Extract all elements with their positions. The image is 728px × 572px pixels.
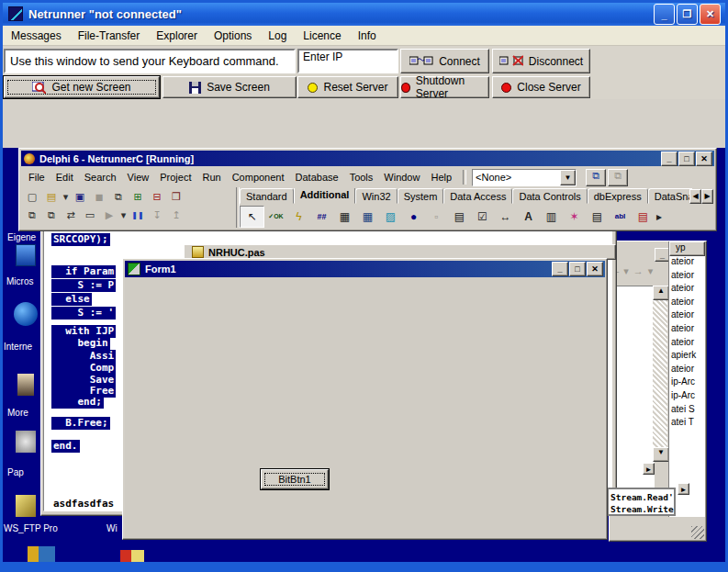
menu-explorer[interactable]: Explorer (148, 27, 206, 45)
scroll-right-icon[interactable]: ► (678, 483, 689, 495)
internet-globe-icon[interactable] (14, 302, 38, 326)
delphi-menu-run[interactable]: Run (196, 172, 226, 183)
file-type-cell[interactable]: ateior (671, 256, 705, 270)
desktop-icon-label[interactable]: Wi (106, 523, 118, 533)
file-type-cell[interactable]: ateior (671, 309, 705, 323)
menu-info[interactable]: Info (350, 27, 385, 45)
colorbox-icon[interactable]: ▤ (632, 207, 655, 227)
tab-scroll-left-icon[interactable]: ◀ (689, 189, 701, 204)
tab-standard[interactable]: Standard (240, 188, 294, 204)
remove-from-project-icon[interactable]: ⊟ (148, 189, 166, 205)
scroll-right-icon[interactable]: ► (643, 463, 655, 475)
delphi-menu-search[interactable]: Search (79, 172, 122, 183)
shutdown-server-button[interactable]: Shutdown Server (400, 76, 489, 98)
nav-forward-icon[interactable]: → (633, 265, 644, 277)
splitter-icon[interactable]: ↔ (494, 207, 517, 227)
scroll-down-icon[interactable]: ▼ (653, 447, 669, 462)
file-type-cell[interactable]: ateior (671, 323, 705, 337)
labelededit-icon[interactable]: abI (609, 207, 632, 227)
new-file-icon[interactable]: ▢ (23, 189, 41, 205)
delphi-menu-component[interactable]: Component (227, 172, 290, 183)
tab-scroll-right-icon[interactable]: ▶ (701, 189, 713, 204)
view-form-icon[interactable]: ⧉ (42, 207, 61, 223)
code-line[interactable]: end. (51, 440, 80, 453)
tab-win32[interactable]: Win32 (355, 188, 397, 204)
checklistbox-icon[interactable]: ☑ (471, 207, 494, 227)
bevel-icon[interactable]: ▫ (425, 207, 448, 227)
desktop-icon-label[interactable]: Eigene (7, 232, 36, 242)
close-button[interactable]: ✕ (700, 4, 721, 25)
add-to-project-icon[interactable]: ⊞ (129, 189, 147, 205)
save-screen-button[interactable]: Save Screen (162, 76, 297, 98)
menu-file-transfer[interactable]: File-Transfer (70, 27, 149, 45)
form1-maximize-button[interactable]: □ (569, 262, 586, 276)
reset-server-button[interactable]: Reset Server (297, 76, 398, 98)
cursor-icon[interactable]: ↖ (240, 206, 264, 228)
code-line[interactable]: begin (51, 337, 110, 350)
code-line[interactable]: asdfasdfas (51, 498, 116, 510)
file-type-cell[interactable]: ateior (671, 364, 705, 377)
code-line[interactable]: Assi (51, 350, 116, 363)
delphi-titlebar[interactable]: Delphi 6 - NetrunnerC [Running] _ □ ✕ (21, 151, 714, 166)
desktop-icon-label[interactable]: Interne (4, 342, 32, 352)
run-arrow-icon[interactable]: ▾ (119, 207, 128, 223)
code-line[interactable]: with IJP (51, 325, 116, 338)
save-desktop-button[interactable]: ⧉ (586, 169, 606, 186)
delphi-minimize-button[interactable]: _ (661, 151, 678, 166)
scrollbox-icon[interactable]: ▤ (448, 207, 471, 227)
code-line[interactable]: if Param (51, 265, 116, 278)
save-icon[interactable]: ▣ (71, 189, 89, 205)
file-type-cell[interactable]: ateior (671, 283, 705, 297)
nav-forward-arrow-icon[interactable]: ▾ (648, 265, 654, 277)
delphi-menu-window[interactable]: Window (378, 172, 425, 183)
delphi-menu-view[interactable]: View (122, 172, 155, 183)
restore-button[interactable]: ❐ (677, 4, 698, 25)
tab-system[interactable]: System (398, 188, 444, 204)
connect-button[interactable]: Connect (400, 49, 489, 73)
desktop-icon-label[interactable]: Micros (6, 276, 33, 286)
file-type-cell[interactable]: ateior (671, 270, 705, 284)
view-unit-icon[interactable]: ⧉ (23, 207, 41, 223)
code-line[interactable]: Comp (51, 362, 116, 375)
ws-ftp-shortcut-icon[interactable] (16, 495, 36, 517)
delphi-menu-database[interactable]: Database (290, 172, 344, 183)
valuelist-icon[interactable]: ▤ (586, 207, 609, 227)
menu-log[interactable]: Log (260, 27, 295, 45)
file-type-cell[interactable]: ateior (671, 337, 705, 351)
tab-dbexpress[interactable]: dbExpress (588, 188, 648, 204)
form1-window[interactable]: Form1 _ □ ✕ BitBtn1 (122, 258, 608, 540)
get-new-screen-button[interactable]: Get new Screen (4, 76, 160, 98)
shape-icon[interactable]: ● (402, 207, 425, 227)
bitbtn1-button[interactable]: BitBtn1 (261, 469, 329, 489)
trumpet-globe-icon[interactable] (28, 546, 55, 562)
delphi-maximize-button[interactable]: □ (678, 151, 695, 166)
code-line[interactable]: end; (51, 396, 104, 409)
desktop-layout-combobox[interactable]: <None> ▼ (472, 169, 577, 186)
typ-column-header[interactable]: yp (669, 241, 705, 256)
palette-more-icon[interactable]: ▸ (655, 207, 664, 227)
file-type-cell[interactable]: atei S (671, 404, 705, 418)
keyboard-command-box[interactable]: Use this window to send your Keyboard co… (4, 49, 296, 73)
form1-titlebar[interactable]: Form1 _ □ ✕ (125, 261, 605, 277)
completion-item[interactable]: Stream.Read' (610, 491, 674, 503)
speedbutton-icon[interactable]: ϟ (287, 207, 310, 227)
desktop-icon-label[interactable]: WS_FTP Pro (4, 523, 58, 533)
controlbar-icon[interactable]: ▥ (540, 207, 563, 227)
tab-datasnap[interactable]: DataSnap (648, 188, 692, 204)
completion-item[interactable]: Stream.Write' (610, 503, 674, 515)
explorer-left-pane[interactable] (612, 286, 655, 515)
tab-data-access[interactable]: Data Access (443, 188, 512, 204)
desktop-icon-label[interactable]: More (7, 408, 28, 418)
explorer-vscrollbar[interactable]: ▲ ▼ (653, 286, 667, 462)
stringgrid-icon[interactable]: ▦ (333, 207, 356, 227)
disconnect-button[interactable]: Disconnect (492, 49, 590, 73)
menu-messages[interactable]: Messages (3, 27, 70, 45)
image-icon[interactable]: ▨ (379, 207, 402, 227)
resize-grip[interactable] (691, 526, 704, 539)
file-type-cell[interactable]: ateior (671, 297, 705, 310)
toggle-form-unit-icon[interactable]: ⇄ (62, 207, 80, 223)
delphi-menu-edit[interactable]: Edit (50, 172, 79, 183)
step-over-icon[interactable]: ↥ (167, 207, 185, 223)
delphi-menu-file[interactable]: File (23, 172, 50, 183)
nav-back-arrow-icon[interactable]: ▾ (623, 265, 629, 277)
